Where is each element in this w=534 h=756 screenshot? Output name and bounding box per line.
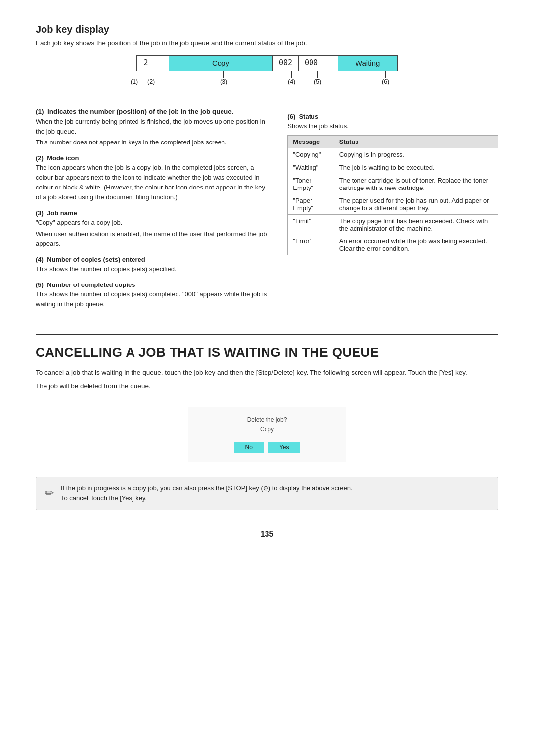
label-2: (2) xyxy=(147,78,155,85)
item-1-text-2: This number does not appear in keys in t… xyxy=(36,138,267,147)
item-3: (3) Job name "Copy" appears for a copy j… xyxy=(36,209,267,248)
note-text-2: ) to display the above screen. xyxy=(268,484,353,492)
dialog-area: Delete the job? Copy No Yes xyxy=(36,407,498,462)
item-4-text-1: This shows the number of copies (sets) s… xyxy=(36,264,267,274)
table-header-message: Message xyxy=(288,135,334,148)
label-5: (5) xyxy=(314,78,321,85)
item-4: (4) Number of copies (sets) entered This… xyxy=(36,256,267,274)
two-col-content: (1) Indicates the number (position) of t… xyxy=(36,108,498,317)
label-6: (6) xyxy=(382,78,389,85)
status-intro: Shows the job status. xyxy=(287,121,498,131)
box-copies-completed: 000 xyxy=(299,55,324,71)
table-cell-status: An error occurred while the job was bein… xyxy=(334,235,498,255)
box-jobname: Copy xyxy=(169,55,273,71)
item-5: (5) Number of completed copies This show… xyxy=(36,281,267,309)
table-row: "Error"An error occurred while the job w… xyxy=(288,235,498,255)
status-table: Message Status "Copying"Copying is in pr… xyxy=(287,135,498,255)
item-1-heading: (1) Indicates the number (position) of t… xyxy=(36,108,267,115)
note-text-3: To cancel, touch the [Yes] key. xyxy=(61,494,147,502)
item-1: (1) Indicates the number (position) of t… xyxy=(36,108,267,147)
item-5-heading: (5) Number of completed copies xyxy=(36,281,267,288)
item-3-heading: (3) Job name xyxy=(36,209,267,217)
dialog-no-button[interactable]: No xyxy=(234,442,264,453)
dialog-content: Copy xyxy=(200,426,334,433)
item-3-text-2: When user authentication is enabled, the… xyxy=(36,229,267,249)
dialog-buttons: No Yes xyxy=(200,442,334,453)
left-column: (1) Indicates the number (position) of t… xyxy=(36,108,267,317)
table-cell-status: The paper used for the job has run out. … xyxy=(334,194,498,214)
box-number: 2 xyxy=(136,55,155,71)
status-heading: (6) Status xyxy=(287,113,498,120)
table-cell-message: "Toner Empty" xyxy=(288,174,334,194)
table-cell-message: "Limit" xyxy=(288,214,334,235)
cancel-heading: CANCELLING A JOB THAT IS WAITING IN THE … xyxy=(36,345,498,360)
note-text-1: If the job in progress is a copy job, yo… xyxy=(61,484,263,492)
cancel-intro-1: To cancel a job that is waiting in the q… xyxy=(36,367,498,378)
table-row: "Toner Empty"The toner cartridge is out … xyxy=(288,174,498,194)
dialog-box: Delete the job? Copy No Yes xyxy=(188,407,346,462)
table-row: "Paper Empty"The paper used for the job … xyxy=(288,194,498,214)
job-key-diagram: 2 Copy 002 000 Waiting (1) (2) (3) (4) (… xyxy=(36,55,498,93)
table-row: "Waiting"The job is waiting to be execut… xyxy=(288,161,498,174)
note-stop-icon: ⊙ xyxy=(263,484,268,492)
note-icon: ✏ xyxy=(45,484,54,502)
label-4: (4) xyxy=(288,78,295,85)
cancel-intro-2: The job will be deleted from the queue. xyxy=(36,381,498,392)
section-title: Job key display xyxy=(36,24,498,35)
label-3: (3) xyxy=(220,78,227,85)
box-gap xyxy=(324,55,338,71)
table-row: "Limit"The copy page limit has been exce… xyxy=(288,214,498,235)
box-mode xyxy=(155,55,169,71)
table-cell-message: "Error" xyxy=(288,235,334,255)
dialog-yes-button[interactable]: Yes xyxy=(268,442,300,453)
table-cell-message: "Copying" xyxy=(288,148,334,161)
item-1-text-1: When the job currently being printed is … xyxy=(36,117,267,137)
item-2: (2) Mode icon The icon appears when the … xyxy=(36,154,267,203)
item-4-heading: (4) Number of copies (sets) entered xyxy=(36,256,267,263)
table-cell-status: The job is waiting to be executed. xyxy=(334,161,498,174)
table-header-status: Status xyxy=(334,135,498,148)
item-2-heading: (2) Mode icon xyxy=(36,154,267,162)
note-text: If the job in progress is a copy job, yo… xyxy=(61,483,353,504)
right-column: (6) Status Shows the job status. Message… xyxy=(287,108,498,317)
table-cell-message: "Waiting" xyxy=(288,161,334,174)
cancel-section: CANCELLING A JOB THAT IS WAITING IN THE … xyxy=(36,334,498,391)
diagram-boxes: 2 Copy 002 000 Waiting xyxy=(136,55,398,71)
item-5-text-1: This shows the number of copies (sets) c… xyxy=(36,289,267,309)
label-1: (1) xyxy=(131,78,138,85)
item-2-text-1: The icon appears when the job is a copy … xyxy=(36,163,267,203)
note-box: ✏ If the job in progress is a copy job, … xyxy=(36,477,498,511)
box-status: Waiting xyxy=(338,55,398,71)
table-row: "Copying"Copying is in progress. xyxy=(288,148,498,161)
section-intro: Each job key shows the position of the j… xyxy=(36,39,498,47)
dialog-title: Delete the job? xyxy=(200,416,334,423)
table-cell-message: "Paper Empty" xyxy=(288,194,334,214)
table-cell-status: The toner cartridge is out of toner. Rep… xyxy=(334,174,498,194)
box-copies-entered: 002 xyxy=(273,55,299,71)
item-3-text-1: "Copy" appears for a copy job. xyxy=(36,218,267,228)
table-cell-status: The copy page limit has been exceeded. C… xyxy=(334,214,498,235)
table-cell-status: Copying is in progress. xyxy=(334,148,498,161)
page-number: 135 xyxy=(36,530,498,539)
